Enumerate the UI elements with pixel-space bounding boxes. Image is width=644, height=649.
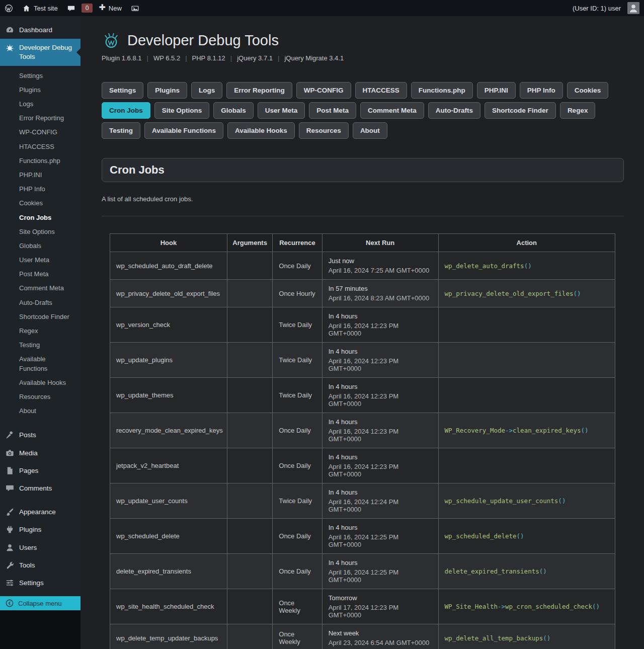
next-run-date: April 16, 2024 12:23 PM GMT+0000 bbox=[329, 357, 432, 372]
sidebar-subitem-available-functions[interactable]: Available Functions bbox=[0, 352, 80, 375]
collapse-menu-button[interactable]: Collapse menu bbox=[0, 596, 80, 610]
sidebar-subitem-php-info[interactable]: PHP Info bbox=[0, 182, 80, 196]
sidebar-subitem-available-hooks[interactable]: Available Hooks bbox=[0, 376, 80, 390]
sidebar-item-label: Comments bbox=[19, 483, 52, 493]
action-cell bbox=[438, 448, 615, 483]
admin-bar-right: (User ID: 1) user bbox=[568, 0, 644, 16]
sidebar-subitem-shortcode-finder[interactable]: Shortcode Finder bbox=[0, 310, 80, 324]
next-run-date: April 16, 2024 12:25 PM GMT+0000 bbox=[329, 533, 432, 548]
sidebar-item-dashboard[interactable]: Dashboard bbox=[0, 21, 80, 39]
sidebar-subitem-cron-jobs[interactable]: Cron Jobs bbox=[0, 211, 80, 225]
next-run-relative: Just now bbox=[329, 257, 432, 265]
tab-available-functions[interactable]: Available Functions bbox=[144, 122, 223, 139]
sidebar-subitem-comment-meta[interactable]: Comment Meta bbox=[0, 281, 80, 295]
comment-count-badge[interactable]: 0 bbox=[82, 4, 93, 13]
tab-site-options[interactable]: Site Options bbox=[154, 102, 210, 119]
hook-cell: delete_expired_transients bbox=[110, 554, 227, 589]
divider bbox=[102, 216, 624, 216]
next-run-cell: In 4 hoursApril 16, 2024 12:23 PM GMT+00… bbox=[322, 413, 438, 448]
tab-php-ini[interactable]: PHP.INI bbox=[477, 82, 516, 99]
code-identifier: wp_privacy_delete_old_export_files bbox=[445, 290, 574, 297]
new-label: New bbox=[109, 5, 122, 12]
toolbar-media-link[interactable] bbox=[126, 0, 144, 16]
tab-htaccess[interactable]: HTACCESS bbox=[355, 82, 407, 99]
sidebar-subitem-php-ini[interactable]: PHP.INI bbox=[0, 168, 80, 182]
recurrence-cell: Twice Daily bbox=[273, 378, 322, 413]
tab-user-meta[interactable]: User Meta bbox=[258, 102, 305, 119]
tools-icon bbox=[5, 560, 15, 570]
sidebar-item-developer-debug-tools[interactable]: Developer Debug Tools bbox=[0, 39, 80, 65]
sidebar-subitem-about[interactable]: About bbox=[0, 404, 80, 418]
tab-regex[interactable]: Regex bbox=[560, 102, 596, 119]
account-label: (User ID: 1) user bbox=[573, 5, 621, 12]
tab-error-reporting[interactable]: Error Reporting bbox=[226, 82, 292, 99]
next-run-cell: In 4 hoursApril 16, 2024 12:24 PM GMT+00… bbox=[322, 483, 438, 519]
settings-icon bbox=[5, 578, 15, 588]
sidebar-subitem-globals[interactable]: Globals bbox=[0, 239, 80, 253]
next-run-cell: Next weekApril 23, 2024 6:54 AM GMT+0000 bbox=[322, 624, 438, 649]
sidebar-subitem-error-reporting[interactable]: Error Reporting bbox=[0, 111, 80, 125]
sidebar-fill bbox=[0, 610, 80, 649]
sidebar-subitem-htaccess[interactable]: HTACCESS bbox=[0, 140, 80, 154]
sidebar-subitem-settings[interactable]: Settings bbox=[0, 69, 80, 83]
plugins-icon bbox=[5, 525, 15, 534]
site-name-link[interactable]: Test site bbox=[18, 0, 62, 16]
sidebar-item-media[interactable]: Media bbox=[0, 444, 80, 462]
sidebar-item-plugins[interactable]: Plugins bbox=[0, 521, 80, 538]
tab-about[interactable]: About bbox=[353, 122, 387, 139]
sidebar-item-tools[interactable]: Tools bbox=[0, 556, 80, 574]
sidebar-subitem-plugins[interactable]: Plugins bbox=[0, 83, 80, 97]
tab-comment-meta[interactable]: Comment Meta bbox=[360, 102, 424, 119]
tab-auto-drafts[interactable]: Auto-Drafts bbox=[428, 102, 480, 119]
sidebar-subitem-testing[interactable]: Testing bbox=[0, 338, 80, 352]
tab-cookies[interactable]: Cookies bbox=[567, 82, 609, 99]
sidebar-item-label: Tools bbox=[19, 560, 35, 570]
tab-php-info[interactable]: PHP Info bbox=[520, 82, 563, 99]
section-heading-panel: Cron Jobs bbox=[102, 158, 624, 182]
sidebar-subitem-logs[interactable]: Logs bbox=[0, 97, 80, 111]
code-identifier: wp_schedule_update_user_counts bbox=[445, 497, 558, 505]
code-punctuation: () bbox=[524, 262, 532, 270]
tab-logs[interactable]: Logs bbox=[191, 82, 222, 99]
hook-cell: wp_scheduled_delete bbox=[110, 519, 227, 554]
tab-settings[interactable]: Settings bbox=[102, 82, 143, 99]
sidebar-subitem-user-meta[interactable]: User Meta bbox=[0, 253, 80, 267]
tab-resources[interactable]: Resources bbox=[299, 122, 349, 139]
column-header-arguments: Arguments bbox=[227, 234, 272, 252]
tab-plugins[interactable]: Plugins bbox=[147, 82, 187, 99]
comments-toolbar-link[interactable] bbox=[62, 0, 80, 16]
sidebar-item-posts[interactable]: Posts bbox=[0, 426, 80, 444]
sidebar-subitem-post-meta[interactable]: Post Meta bbox=[0, 267, 80, 281]
sidebar-item-label: Plugins bbox=[19, 525, 41, 534]
sidebar-subitem-wp-config[interactable]: WP-CONFIG bbox=[0, 125, 80, 139]
tab-functions-php[interactable]: Functions.php bbox=[411, 82, 473, 99]
tab-wp-config[interactable]: WP-CONFIG bbox=[296, 82, 351, 99]
wp-logo-button[interactable] bbox=[0, 0, 18, 16]
sidebar-subitem-resources[interactable]: Resources bbox=[0, 390, 80, 404]
tab-globals[interactable]: Globals bbox=[213, 102, 254, 119]
sidebar-item-settings[interactable]: Settings bbox=[0, 574, 80, 592]
sidebar-item-appearance[interactable]: Appearance bbox=[0, 503, 80, 521]
sidebar-item-comments[interactable]: Comments bbox=[0, 479, 80, 497]
sidebar-subitem-regex[interactable]: Regex bbox=[0, 324, 80, 338]
tab-post-meta[interactable]: Post Meta bbox=[309, 102, 356, 119]
home-icon bbox=[22, 4, 31, 13]
page-title: Developer Debug Tools bbox=[127, 32, 279, 49]
arguments-cell bbox=[227, 307, 272, 343]
sidebar-subitem-auto-drafts[interactable]: Auto-Drafts bbox=[0, 296, 80, 310]
sidebar-subitem-cookies[interactable]: Cookies bbox=[0, 196, 80, 210]
tab-shortcode-finder[interactable]: Shortcode Finder bbox=[485, 102, 556, 119]
sidebar-item-users[interactable]: Users bbox=[0, 539, 80, 556]
tab-cron-jobs[interactable]: Cron Jobs bbox=[102, 102, 150, 119]
sidebar-subitem-functions-php[interactable]: Functions.php bbox=[0, 154, 80, 168]
admin-bar-left: Test site 0 ✚ New bbox=[0, 0, 144, 16]
sidebar-item-pages[interactable]: Pages bbox=[0, 462, 80, 479]
tab-testing[interactable]: Testing bbox=[102, 122, 140, 139]
account-link[interactable]: (User ID: 1) user bbox=[568, 0, 644, 16]
sidebar-subitem-site-options[interactable]: Site Options bbox=[0, 225, 80, 239]
new-content-link[interactable]: ✚ New bbox=[94, 0, 126, 16]
posts-icon bbox=[5, 430, 15, 440]
next-run-relative: Next week bbox=[329, 629, 432, 637]
tab-available-hooks[interactable]: Available Hooks bbox=[227, 122, 295, 139]
column-header-next-run: Next Run bbox=[322, 234, 438, 252]
